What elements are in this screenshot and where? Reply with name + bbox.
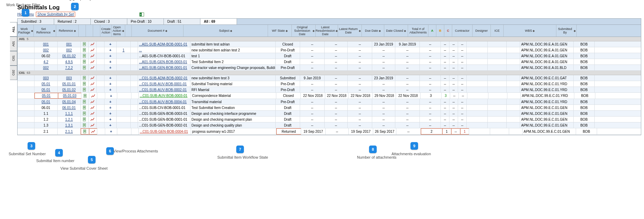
- col-latest-resub-date[interactable]: Latest Resubmission Date: [316, 26, 335, 36]
- col-date-closed[interactable]: Date Closed: [386, 29, 403, 32]
- attachments-icon[interactable]: [90, 66, 95, 70]
- ref-link[interactable]: 05.01.01: [62, 82, 76, 86]
- cover-sheet-icon[interactable]: [82, 123, 87, 127]
- attachments-icon[interactable]: [90, 76, 95, 80]
- ref-link[interactable]: 06.01.01: [62, 106, 76, 110]
- col-set-reference[interactable]: Set Reference: [34, 27, 52, 34]
- col-b-eval[interactable]: B: [439, 29, 442, 32]
- attachments-icon[interactable]: [90, 88, 95, 92]
- cover-sheet-icon[interactable]: [83, 129, 87, 133]
- col-ice[interactable]: ICE: [494, 29, 499, 32]
- ref-link[interactable]: 002: [66, 48, 72, 52]
- cover-sheet-icon[interactable]: [82, 88, 87, 92]
- document-link[interactable]: ...C01-SUB-GEN-BOB-0004-01: [140, 130, 188, 133]
- show-submittals-by-set-link[interactable]: Show Submittals by Set: [36, 12, 75, 17]
- ref-link[interactable]: 001: [66, 42, 72, 46]
- col-designer[interactable]: Designer: [475, 29, 488, 32]
- open-actions-link[interactable]: 1: [122, 48, 125, 52]
- cover-sheet-icon[interactable]: [82, 82, 87, 86]
- wf-tab-3[interactable]: Pre-Draft : 10: [127, 19, 164, 24]
- create-action-icon[interactable]: +: [108, 54, 112, 58]
- set-link[interactable]: 05.01: [42, 94, 50, 98]
- create-action-icon[interactable]: +: [108, 76, 112, 80]
- set-link[interactable]: 05.01: [41, 100, 50, 104]
- attachments-icon[interactable]: [90, 42, 95, 46]
- cover-sheet-icon[interactable]: [82, 106, 87, 110]
- ref-link[interactable]: 003: [66, 76, 72, 80]
- col-reference[interactable]: Reference: [59, 29, 73, 32]
- side-tab-c01[interactable]: C01: [10, 51, 17, 66]
- create-action-icon[interactable]: +: [108, 42, 112, 46]
- document-link[interactable]: ...A01-SUB-GEN-BOB-0003-01: [139, 60, 187, 64]
- cover-sheet-icon[interactable]: [82, 54, 87, 58]
- col-latest-return-date[interactable]: Latest Return Date: [339, 27, 358, 34]
- cover-sheet-icon[interactable]: [82, 117, 87, 121]
- set-link[interactable]: 003: [43, 76, 49, 80]
- ref-link[interactable]: 2.1.1: [65, 130, 73, 133]
- ref-link[interactable]: 1.2.1: [65, 118, 73, 121]
- cover-sheet-icon[interactable]: [83, 94, 87, 98]
- col-document-no[interactable]: Document #: [148, 29, 165, 32]
- attachments-icon[interactable]: [90, 100, 95, 104]
- cover-sheet-icon[interactable]: [82, 60, 87, 64]
- create-action-icon[interactable]: +: [108, 123, 112, 127]
- document-link[interactable]: ...C01-SUB-AUV-BOB-0003-01: [140, 94, 187, 98]
- attachments-icon[interactable]: [91, 94, 95, 98]
- ref-link[interactable]: 05.01.02: [62, 88, 76, 92]
- set-link[interactable]: 05.01: [41, 88, 50, 92]
- col-subject[interactable]: Subject: [219, 29, 229, 32]
- attachments-icon[interactable]: [90, 123, 95, 127]
- create-action-icon[interactable]: +: [108, 100, 112, 104]
- wf-tab-1[interactable]: Returned : 2: [54, 19, 91, 24]
- document-link[interactable]: ...C01-SUB-AUV-BOB-0002-01: [139, 88, 187, 92]
- attachments-icon[interactable]: [90, 60, 95, 64]
- create-action-icon[interactable]: +: [108, 117, 112, 121]
- attachments-icon[interactable]: [90, 48, 95, 52]
- set-link[interactable]: 002: [43, 48, 49, 52]
- document-link[interactable]: ...C01-SUB-ADM-BOB-0002-01: [139, 76, 188, 80]
- attachments-icon[interactable]: [90, 54, 95, 58]
- ref-link[interactable]: 06.01.02: [62, 54, 76, 58]
- col-wf-state[interactable]: WF State: [272, 29, 285, 32]
- create-action-icon[interactable]: +: [108, 88, 112, 92]
- col-a-eval[interactable]: A: [431, 29, 434, 32]
- create-action-icon[interactable]: +: [108, 48, 112, 52]
- document-link[interactable]: ...A01-SUB-ADM-BOB-0001-01: [139, 42, 187, 46]
- group-A01[interactable]: A015: [18, 37, 641, 41]
- col-wbs[interactable]: WBS: [525, 29, 532, 32]
- cover-sheet-icon[interactable]: [82, 42, 87, 46]
- document-link[interactable]: ...C01-SUB-AUV-BOB-0001-01: [139, 82, 187, 86]
- attachments-icon[interactable]: [90, 82, 95, 86]
- set-link[interactable]: 002: [43, 66, 49, 70]
- document-link[interactable]: ...A01-SUB-GEN-BOB-0001-01: [139, 66, 187, 70]
- ref-link[interactable]: 4.9.5: [65, 60, 73, 64]
- create-action-icon[interactable]: +: [109, 129, 113, 133]
- col-submitted-by[interactable]: Submitted By: [557, 27, 573, 34]
- group-C01[interactable]: C0163: [18, 71, 641, 75]
- wf-tab-2[interactable]: Closed : 3: [91, 19, 127, 24]
- attachments-icon[interactable]: [91, 129, 95, 133]
- cover-sheet-icon[interactable]: [82, 100, 87, 104]
- attachments-icon[interactable]: [90, 117, 95, 121]
- document-link[interactable]: ...C01-SUB-AUV-BOB-0004-01: [139, 100, 187, 104]
- col-work-package[interactable]: Work Package: [18, 27, 30, 34]
- side-tab-a01[interactable]: A01: [10, 37, 17, 51]
- attachments-icon[interactable]: [90, 111, 95, 116]
- create-action-icon[interactable]: +: [108, 82, 112, 86]
- col-total-attachments[interactable]: Total # of Attachments: [409, 27, 427, 34]
- side-tab-all[interactable]: ALL: [10, 22, 17, 37]
- col-open-action-items[interactable]: Open Action Items: [112, 26, 121, 36]
- cover-sheet-icon[interactable]: [82, 66, 87, 70]
- ref-link[interactable]: 05.01.04: [62, 100, 76, 104]
- create-action-icon[interactable]: +: [108, 66, 112, 70]
- col-create-action[interactable]: Create Action: [101, 27, 111, 34]
- create-action-icon[interactable]: +: [108, 111, 112, 116]
- cover-sheet-icon[interactable]: [82, 48, 87, 52]
- sort-icon[interactable]: ◆: [31, 29, 33, 32]
- cover-sheet-icon[interactable]: [82, 111, 87, 116]
- col-due-date[interactable]: Due Date: [365, 29, 378, 32]
- cover-sheet-icon[interactable]: [82, 76, 87, 80]
- set-link[interactable]: 4.2: [43, 60, 48, 64]
- ref-link[interactable]: 05.01.03: [63, 94, 77, 98]
- create-action-icon[interactable]: +: [108, 60, 112, 64]
